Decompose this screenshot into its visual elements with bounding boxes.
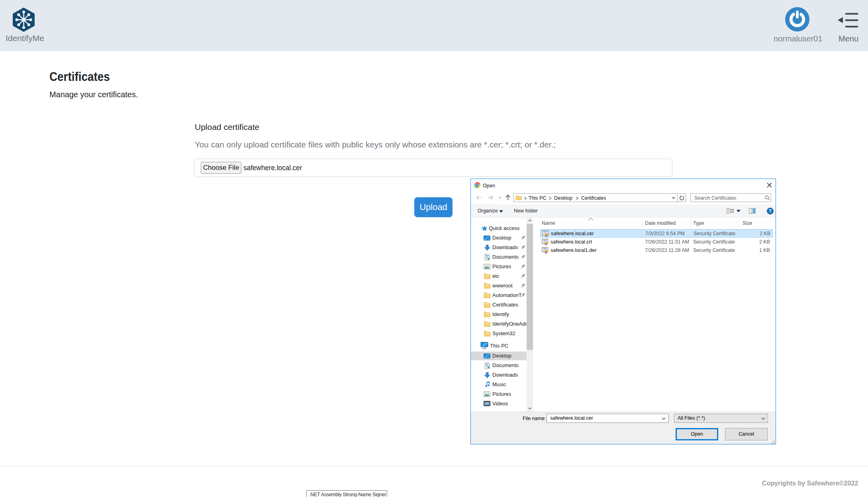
svg-text:?: ? bbox=[769, 208, 772, 214]
